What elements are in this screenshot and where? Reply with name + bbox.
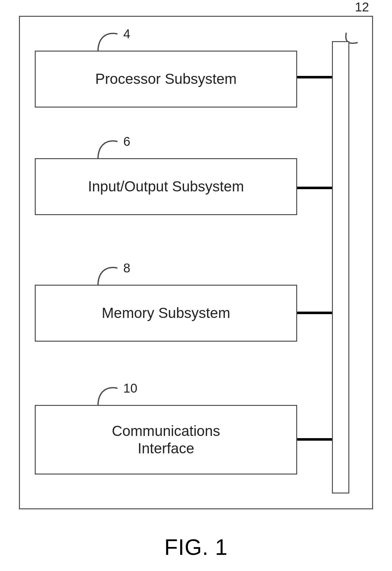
connector-0	[297, 76, 332, 78]
callout-ref-2: 8	[123, 261, 130, 275]
connector-1	[297, 187, 332, 189]
communications-interface-box: Communications Interface	[35, 405, 297, 475]
callout-ref-3: 10	[123, 381, 138, 395]
connector-2	[297, 312, 332, 314]
callout-tick-2	[95, 267, 120, 286]
callout-ref-0: 4	[123, 27, 130, 41]
system-bus	[332, 41, 349, 493]
connector-3	[297, 438, 332, 441]
processor-subsystem-box: Processor Subsystem	[35, 51, 297, 108]
figure-caption: FIG. 1	[0, 535, 392, 560]
callout-tick-0	[95, 33, 120, 52]
page: 12 4 Processor Subsystem 6 Input/Output …	[0, 0, 392, 571]
io-subsystem-box: Input/Output Subsystem	[35, 158, 297, 215]
callout-ref-1: 6	[123, 134, 130, 149]
box-label: Communications Interface	[112, 422, 220, 457]
callout-ref-bus: 12	[352, 0, 371, 14]
callout-tick-3	[95, 388, 120, 407]
memory-subsystem-box: Memory Subsystem	[35, 285, 297, 342]
callout-tick-1	[95, 141, 120, 160]
box-label: Memory Subsystem	[102, 304, 230, 322]
box-label: Input/Output Subsystem	[88, 178, 244, 195]
box-label: Processor Subsystem	[95, 70, 236, 88]
